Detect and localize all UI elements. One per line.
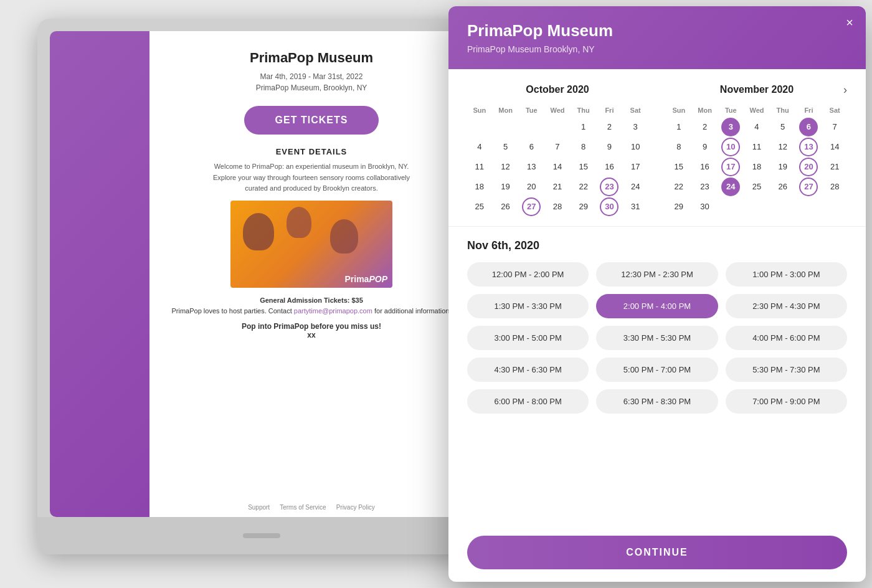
- calendar-day[interactable]: 28: [825, 178, 844, 196]
- calendar-day[interactable]: 23: [696, 178, 714, 196]
- calendar-day[interactable]: 13: [522, 158, 541, 176]
- calendar-day: [470, 118, 489, 136]
- calendar-day[interactable]: 21: [825, 158, 844, 176]
- calendar-day[interactable]: 3: [626, 118, 645, 136]
- laptop-base: [37, 517, 486, 554]
- calendar-day[interactable]: 25: [470, 197, 489, 216]
- calendar-day[interactable]: 17: [626, 158, 645, 176]
- calendar-day[interactable]: 13: [799, 138, 818, 156]
- day-header: Thu: [770, 104, 795, 116]
- calendar-day[interactable]: 10: [721, 138, 740, 156]
- calendar-day[interactable]: 24: [721, 178, 740, 196]
- calendar-day[interactable]: 6: [522, 138, 541, 156]
- laptop: PrimaPop Museum Mar 4th, 2019 - Mar 31st…: [37, 19, 486, 554]
- calendar-day[interactable]: 14: [825, 138, 844, 156]
- calendar-day[interactable]: 15: [670, 158, 688, 176]
- timeslot-button[interactable]: 5:00 PM - 7:00 PM: [596, 358, 718, 382]
- calendar-day[interactable]: 16: [696, 158, 714, 176]
- pop-text: Pop into PrimaPop before you miss us! xx: [242, 322, 381, 339]
- calendar-day[interactable]: 30: [696, 197, 714, 216]
- timeslot-button[interactable]: 4:30 PM - 6:30 PM: [467, 358, 589, 382]
- calendar-day[interactable]: 11: [470, 158, 489, 176]
- calendar-day[interactable]: 3: [721, 118, 740, 136]
- calendar-day[interactable]: 9: [696, 138, 714, 156]
- calendar-day[interactable]: 31: [626, 197, 645, 216]
- calendar-day[interactable]: 7: [548, 138, 567, 156]
- november-calendar: November 2020 › SunMonTueWedThuFriSat123…: [666, 84, 847, 216]
- timeslot-button[interactable]: 12:00 PM - 2:00 PM: [467, 262, 589, 287]
- calendar-day[interactable]: 8: [574, 138, 593, 156]
- calendar-day[interactable]: 26: [496, 197, 515, 216]
- calendar-day[interactable]: 12: [774, 138, 792, 156]
- calendar-day[interactable]: 15: [574, 158, 593, 176]
- timeslot-button[interactable]: 7:00 PM - 9:00 PM: [726, 389, 847, 414]
- footer-privacy[interactable]: Privacy Policy: [336, 504, 375, 511]
- calendar-day[interactable]: 16: [600, 158, 618, 176]
- calendar-day[interactable]: 4: [747, 118, 766, 136]
- purple-sidebar: [50, 31, 149, 517]
- calendar-day[interactable]: 21: [548, 178, 567, 196]
- calendar-day[interactable]: 25: [747, 178, 766, 196]
- calendar-day[interactable]: 22: [574, 178, 593, 196]
- calendar-day[interactable]: 27: [799, 178, 818, 196]
- calendar-day[interactable]: 2: [696, 118, 714, 136]
- calendar-day[interactable]: 2: [600, 118, 618, 136]
- calendar-day[interactable]: 8: [670, 138, 688, 156]
- calendar-day[interactable]: 5: [496, 138, 515, 156]
- calendar-day[interactable]: 19: [774, 158, 792, 176]
- calendar-day[interactable]: 9: [600, 138, 618, 156]
- calendar-day[interactable]: 10: [626, 138, 645, 156]
- timeslot-button[interactable]: 2:00 PM - 4:00 PM: [596, 294, 718, 318]
- modal-footer: CONTINUE: [448, 526, 866, 582]
- october-month-label: October 2020: [526, 84, 589, 95]
- calendar-day[interactable]: 26: [774, 178, 792, 196]
- calendar-day[interactable]: 19: [496, 178, 515, 196]
- timeslot-button[interactable]: 2:30 PM - 4:30 PM: [726, 294, 847, 318]
- calendar-day[interactable]: 1: [670, 118, 688, 136]
- calendar-day[interactable]: 30: [600, 197, 618, 216]
- timeslot-button[interactable]: 5:30 PM - 7:30 PM: [726, 358, 847, 382]
- website-main: PrimaPop Museum Mar 4th, 2019 - Mar 31st…: [149, 31, 473, 517]
- calendar-day[interactable]: 5: [774, 118, 792, 136]
- calendar-next-button[interactable]: ›: [843, 83, 847, 97]
- calendar-day[interactable]: 29: [574, 197, 593, 216]
- day-header: Mon: [693, 104, 718, 116]
- timeslot-button[interactable]: 6:30 PM - 8:30 PM: [596, 389, 718, 414]
- timeslot-button[interactable]: 3:30 PM - 5:30 PM: [596, 326, 718, 350]
- calendar-day[interactable]: 7: [825, 118, 844, 136]
- calendar-day: [825, 197, 844, 216]
- timeslot-button[interactable]: 1:00 PM - 3:00 PM: [726, 262, 847, 287]
- calendar-day: [799, 197, 818, 216]
- calendar-day[interactable]: 14: [548, 158, 567, 176]
- timeslot-button[interactable]: 6:00 PM - 8:00 PM: [467, 389, 589, 414]
- calendar-day[interactable]: 23: [600, 178, 618, 196]
- modal-close-button[interactable]: ×: [846, 16, 853, 29]
- website-footer: Support Terms of Service Privacy Policy: [149, 504, 473, 511]
- timeslot-button[interactable]: 12:30 PM - 2:30 PM: [596, 262, 718, 287]
- calendar-day[interactable]: 6: [799, 118, 818, 136]
- calendar-day[interactable]: 12: [496, 158, 515, 176]
- footer-support[interactable]: Support: [248, 504, 270, 511]
- day-header: Tue: [519, 104, 544, 116]
- calendar-day[interactable]: 22: [670, 178, 688, 196]
- calendar-day[interactable]: 4: [470, 138, 489, 156]
- calendar-day[interactable]: 1: [574, 118, 593, 136]
- timeslot-button[interactable]: 3:00 PM - 5:00 PM: [467, 326, 589, 350]
- calendar-day[interactable]: 11: [747, 138, 766, 156]
- timeslot-button[interactable]: 1:30 PM - 3:30 PM: [467, 294, 589, 318]
- calendar-day[interactable]: 27: [522, 197, 541, 216]
- calendar-day[interactable]: 29: [670, 197, 688, 216]
- admission-email[interactable]: partytime@primapop.com: [294, 307, 372, 315]
- get-tickets-button[interactable]: GET TICKETS: [244, 106, 379, 135]
- calendar-day[interactable]: 20: [799, 158, 818, 176]
- event-details-heading: EVENT DETAILS: [276, 147, 348, 156]
- calendar-day[interactable]: 20: [522, 178, 541, 196]
- continue-button[interactable]: CONTINUE: [467, 536, 847, 569]
- calendar-day[interactable]: 18: [470, 178, 489, 196]
- calendar-day[interactable]: 17: [721, 158, 740, 176]
- calendar-day[interactable]: 18: [747, 158, 766, 176]
- footer-tos[interactable]: Terms of Service: [280, 504, 326, 511]
- calendar-day[interactable]: 28: [548, 197, 567, 216]
- calendar-day[interactable]: 24: [626, 178, 645, 196]
- timeslot-button[interactable]: 4:00 PM - 6:00 PM: [726, 326, 847, 350]
